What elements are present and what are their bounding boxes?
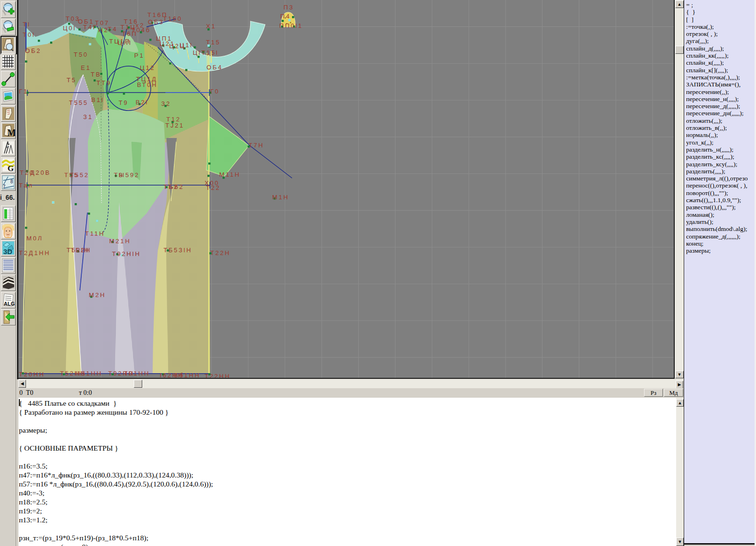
svg-text:ТТ9: ТТ9 [96,79,112,86]
svg-text:Ц0l: Ц0l [63,25,76,32]
svg-text:ЦlП: ЦlП [118,39,132,46]
svg-text:Т9: Т9 [119,99,129,106]
svg-text:ТБ2Н: ТБ2Н [70,247,91,254]
svg-text:Р1: Р1 [134,52,145,59]
svg-text:Ц1l: Ц1l [180,42,193,49]
svg-text:В1l: В1l [91,96,104,103]
svg-text:ОБ4: ОБ4 [206,64,223,71]
svg-text:Т01НН: Т01НН [124,370,150,377]
svg-text:ВТ0Н: ВТ0Н [137,81,158,88]
svg-text:Т22: Т22 [206,184,221,191]
svg-text:В2l: В2l [136,99,148,106]
svg-text:ТJ21: ТJ21 [165,122,184,129]
svg-text:3D: 3D [3,247,12,256]
svg-text:М1Н: М1Н [272,194,289,201]
svg-text:ТВ: ТВ [91,71,101,78]
svg-text:A: A [6,145,8,149]
svg-text:ALG: ALG [4,301,15,307]
svg-text:Ь62: Ь62 [169,183,184,190]
svg-text:Д20В: Д20В [30,169,51,176]
svg-text:Т2Д1НН: Т2Д1НН [19,249,51,256]
svg-text:Т0l: Т0l [23,31,35,38]
svg-text:Т4: Т4 [108,26,118,33]
svg-text:7: 7 [3,184,6,189]
svg-text:Т552: Т552 [70,171,89,179]
svg-text:Г1: Г1 [19,88,28,95]
svg-text:Н51НН: Н51НН [76,370,103,377]
svg-text:Т6П: Т6П [122,30,137,37]
svg-text:Т20НН: Т20НН [19,371,45,378]
svg-text:Т11Н: Т11Н [85,230,105,237]
svg-text:8: 8 [10,179,13,184]
svg-text:Ц12: Ц12 [140,64,155,71]
svg-text:Х1: Х1 [206,23,216,30]
svg-text:ОБ3: ОБ3 [148,18,164,26]
svg-text:Т15: Т15 [206,39,221,46]
svg-text:М2Н: М2Н [89,291,106,299]
svg-text:Т92НlН: Т92НlН [112,250,141,257]
svg-text:ОБ2: ОБ2 [25,47,41,54]
svg-text:П3: П3 [284,4,294,11]
svg-text:З1: З1 [83,113,93,120]
svg-text:М0Л: М0Л [26,235,43,242]
svg-text:Тl: Тl [23,21,30,28]
svg-text:ПП0l1: ПП0l1 [279,22,303,29]
svg-text:ТБ5ЗlН: ТБ5ЗlН [163,247,192,254]
svg-text:М11Н: М11Н [219,171,241,178]
svg-text:Т160: Т160 [163,15,182,22]
svg-text:Г0: Г0 [210,88,220,95]
svg-text:Т555: Т555 [69,99,88,106]
svg-text:Н2: Н2 [98,26,109,34]
svg-text:Ы592: Ы592 [119,171,139,179]
svg-text:Т4Г: Т4Г [83,24,98,31]
svg-text:З2: З2 [161,100,171,107]
svg-text:Т50: Т50 [74,51,88,58]
svg-text:Т7Н: Т7Н [249,142,264,149]
svg-text:Т22Н: Т22Н [210,249,231,256]
svg-text:Тал: Тал [19,182,34,189]
svg-text:M: M [7,128,15,138]
svg-text:М21Н: М21Н [109,238,131,245]
svg-text:П4: П4 [280,13,291,20]
svg-text:Т5: Т5 [67,77,77,84]
svg-text:ЦlТ15l: ЦlТ15l [193,49,219,56]
svg-text:G: G [8,164,14,173]
svg-text:Е1: Е1 [81,64,91,71]
